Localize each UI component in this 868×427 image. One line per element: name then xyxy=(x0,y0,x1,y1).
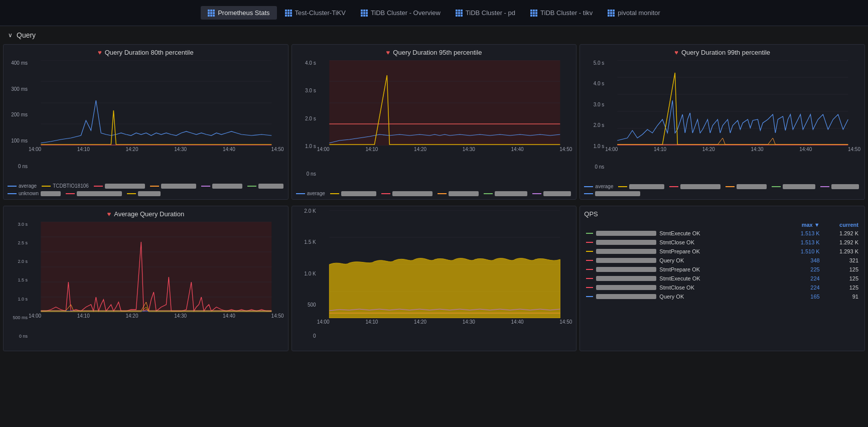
grid-icon xyxy=(608,10,615,17)
legend-color xyxy=(42,186,51,187)
qps-operation: Query OK xyxy=(659,257,684,263)
qps-max: 1.510 K xyxy=(783,247,821,256)
legend-color xyxy=(484,193,493,194)
qps-row-label: StmtExecute OK xyxy=(584,274,783,283)
legend-color xyxy=(247,186,256,187)
x-axis-80: 14:00 14:10 14:20 14:30 14:40 14:50 xyxy=(29,146,284,152)
x-axis-99: 14:00 14:10 14:20 14:30 14:40 14:50 xyxy=(605,146,860,152)
legend-dot xyxy=(586,296,593,297)
chart-area-99: 5.0 s 4.0 s 3.0 s 2.0 s 1.0 s 0 ns xyxy=(580,58,864,182)
legend-dot xyxy=(586,260,593,261)
legend-color xyxy=(8,186,17,187)
legend-color xyxy=(669,186,678,187)
qps-operation: StmtPrepare OK xyxy=(659,266,700,272)
panel-title-95: ♥ Query Duration 95th percentile xyxy=(292,45,576,58)
qps-current: 1.292 K xyxy=(822,229,860,238)
tab-tidb-tikv[interactable]: TiDB Cluster - tikv xyxy=(523,6,600,20)
chart-area-qps: 2.0 K 1.5 K 1.0 K 500 0 14:00 xyxy=(292,206,576,351)
legend-dot xyxy=(586,287,593,288)
legend-color xyxy=(150,186,159,187)
top-navigation: Prometheus Stats Test-Cluster-TiKV TiDB … xyxy=(0,0,868,26)
qps-max: 224 xyxy=(783,274,821,283)
query-section-header[interactable]: ∨ Query xyxy=(0,26,868,44)
chart-area-95: 4.0 s 3.0 s 2.0 s 1.0 s 0 ns xyxy=(292,58,576,189)
legend-color xyxy=(296,193,305,194)
legend-color xyxy=(772,186,781,187)
panel-qps-chart: 2.0 K 1.5 K 1.0 K 500 0 14:00 xyxy=(292,206,577,351)
qps-row-label: StmtPrepare OK xyxy=(584,247,783,256)
legend-color xyxy=(438,193,447,194)
tab-prometheus-stats[interactable]: Prometheus Stats xyxy=(201,6,276,20)
qps-operation: Query OK xyxy=(659,294,684,300)
qps-current: 125 xyxy=(822,265,860,274)
y-axis-avg: 3.0 s 2.5 s 2.0 s 1.5 s 1.0 s 500 ms 0 n… xyxy=(6,222,28,339)
legend-color xyxy=(584,193,593,194)
table-row: StmtExecute OK 1.513 K 1.292 K xyxy=(584,229,860,238)
qps-row-label: StmtClose OK xyxy=(584,238,783,247)
table-row: StmtExecute OK 224 125 xyxy=(584,274,860,283)
legend-dot xyxy=(586,278,593,279)
x-axis-95: 14:00 14:10 14:20 14:30 14:40 14:50 xyxy=(317,146,572,152)
grid-icon xyxy=(208,10,215,17)
tab-label: TiDB Cluster - tikv xyxy=(540,9,593,17)
qps-current: 125 xyxy=(822,274,860,283)
table-row: StmtPrepare OK 1.510 K 1.293 K xyxy=(584,247,860,256)
legend-95: average xyxy=(292,189,576,199)
y-axis-99: 5.0 s 4.0 s 3.0 s 2.0 s 1.0 s 0 ns xyxy=(582,60,604,170)
grid-icon xyxy=(285,10,292,17)
y-axis-80: 400 ms 300 ms 200 ms 100 ms 0 ns xyxy=(6,60,28,169)
grid-icon xyxy=(361,10,368,17)
tab-pivotal-monitor[interactable]: pivotal monitor xyxy=(601,6,667,20)
chart-area-avg: 3.0 s 2.5 s 2.0 s 1.5 s 1.0 s 500 ms 0 n… xyxy=(4,220,288,351)
table-row: Query OK 165 91 xyxy=(584,292,860,301)
qps-row-label: StmtClose OK xyxy=(584,283,783,292)
legend-99: average xyxy=(580,182,864,199)
panel-query-duration-95: ♥ Query Duration 95th percentile 4.0 s 3… xyxy=(292,44,577,200)
heart-icon: ♥ xyxy=(674,49,678,56)
chart-svg-99 xyxy=(605,60,860,146)
panel-qps-table: QPS max ▼ current StmtExecute O xyxy=(580,206,865,351)
grid-icon xyxy=(456,10,463,17)
col-header-max[interactable]: max ▼ xyxy=(783,221,821,229)
legend-dot xyxy=(586,269,593,270)
legend-color xyxy=(726,186,735,187)
qps-current: 1.292 K xyxy=(822,238,860,247)
tab-label: TiDB Cluster - pd xyxy=(466,9,515,17)
legend-color xyxy=(201,186,210,187)
tab-test-cluster-tikv[interactable]: Test-Cluster-TiKV xyxy=(278,6,353,20)
tab-label: Prometheus Stats xyxy=(218,9,269,17)
qps-max: 348 xyxy=(783,256,821,265)
qps-max: 224 xyxy=(783,283,821,292)
legend-color xyxy=(820,186,829,187)
qps-max: 225 xyxy=(783,265,821,274)
qps-current: 91 xyxy=(822,292,860,301)
tab-tidb-overview[interactable]: TiDB Cluster - Overview xyxy=(354,6,448,20)
chart-svg-95 xyxy=(317,60,572,146)
qps-current: 1.293 K xyxy=(822,247,860,256)
qps-row-label: StmtExecute OK xyxy=(584,229,783,238)
legend-color xyxy=(618,186,627,187)
qps-max: 1.513 K xyxy=(783,229,821,238)
dashboard-row2: ♥ Average Query Duration 3.0 s 2.5 s 2.0… xyxy=(0,206,868,354)
col-header-current: current xyxy=(822,221,860,229)
y-axis-qps-chart: 2.0 K 1.5 K 1.0 K 500 0 xyxy=(294,208,316,339)
legend-80: average TCDBTIO18106 xyxy=(4,181,288,199)
chart-svg-avg xyxy=(29,222,284,312)
panel-title-80: ♥ Query Duration 80th percentile xyxy=(4,45,288,58)
panel-query-duration-99: ♥ Query Duration 99th percentile 5.0 s 4… xyxy=(580,44,865,200)
legend-color xyxy=(66,193,75,194)
legend-color xyxy=(330,193,339,194)
chart-svg-qps xyxy=(317,210,572,318)
qps-title: QPS xyxy=(584,210,860,218)
qps-current: 321 xyxy=(822,256,860,265)
tab-label: TiDB Cluster - Overview xyxy=(371,9,441,17)
qps-current: 125 xyxy=(822,283,860,292)
qps-row-label: Query OK xyxy=(584,256,783,265)
legend-color xyxy=(8,193,17,194)
qps-data-table: max ▼ current StmtExecute OK 1.513 K 1.2… xyxy=(584,221,860,301)
panel-avg-query-duration: ♥ Average Query Duration 3.0 s 2.5 s 2.0… xyxy=(3,206,288,351)
panel-title-99: ♥ Query Duration 99th percentile xyxy=(580,45,864,58)
qps-operation: StmtClose OK xyxy=(659,239,694,245)
tab-tidb-pd[interactable]: TiDB Cluster - pd xyxy=(449,6,522,20)
chevron-down-icon: ∨ xyxy=(8,32,13,39)
